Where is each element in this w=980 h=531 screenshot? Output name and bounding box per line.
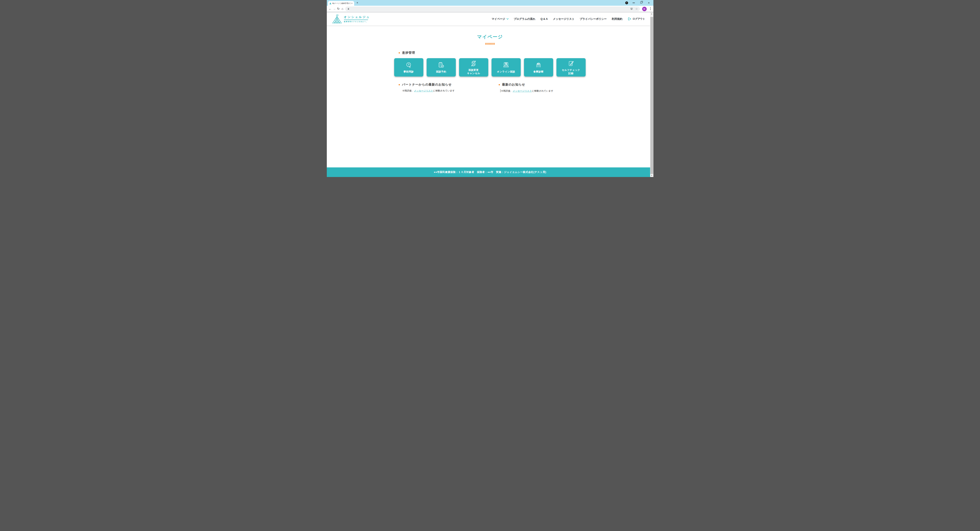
profile-avatar[interactable]: H [642,7,647,11]
title-divider-dashes [485,43,495,45]
nav-item-mypage[interactable]: マイページ [492,17,509,21]
latest-news-heading: 最新のお知らせ [499,83,586,87]
scrollbar-up-icon[interactable]: ▲ [650,12,654,15]
new-tab-button[interactable]: + [356,1,359,5]
browser-menu-icon[interactable] [650,7,651,10]
logo-triangle-icon [332,14,342,24]
back-icon[interactable]: ← [328,6,332,11]
tile-label: 面談変更キャンセル [467,68,480,75]
content-wrapper: 進捗管理 ? 事前問診 [394,51,586,92]
nav-item-privacy-policy[interactable]: プライバシーポリシー [580,17,607,21]
window-maximize-button[interactable] [640,2,642,3]
tile-label: 食事診断 [533,70,544,73]
forward-icon: → [332,6,336,11]
browser-window: Myページ | 健康管理のプロに出会お × + ▾ × ← → ↻ ⌂ ☆ [327,0,654,177]
logo-name: オンシェルジュ [344,15,370,19]
scrollbar-down-icon[interactable]: ▼ [650,174,654,177]
message-list-link[interactable]: メッセージリスト [513,90,532,92]
main-nav: マイページ プログラムの流れ Q & A メッセージリスト プライバシーポリシー… [492,17,645,21]
tab-close-icon[interactable]: × [351,2,353,5]
tile-label: 事前問診 [404,70,414,73]
nav-item-terms[interactable]: 利用規約 [612,17,622,21]
home-icon[interactable]: ⌂ [341,6,344,11]
window-close-button[interactable]: × [647,1,651,5]
window-minimize-button[interactable] [633,3,635,3]
logo-tagline: 健康管理のプロに出会おう。 [344,21,370,23]
svg-text:?: ? [408,63,409,66]
site-footer: ●●市国民健康保険：１０月対象者 保険者：●●市 実施：ジェイエムシー株式会社(… [327,167,654,177]
tile-label: オンライン面談 [497,70,515,73]
partner-news-note: ※既読後、メッセージリストに移動されています [399,89,499,92]
nav-item-program-flow[interactable]: プログラムの流れ [514,17,535,21]
latest-news-note: ※既読後、メッセージリストに移動されています [499,89,586,92]
tile-label: 面談予約 [436,70,446,73]
tile-self-check-record[interactable]: セルフチェック記録 [557,58,585,76]
nav-item-message-list[interactable]: メッセージリスト [553,17,574,21]
favicon-logo-icon [329,2,331,5]
logout-label: ログアウト [633,17,645,21]
address-bar[interactable]: ☆ [345,6,640,11]
tile-pre-interview[interactable]: ? 事前問診 [394,58,423,76]
latest-news-section: 最新のお知らせ ※既読後、メッセージリストに移動されています [499,83,586,92]
logo-texts: オンシェルジュ 健康管理のプロに出会おう。 [344,15,370,23]
lock-icon[interactable] [347,8,350,10]
partner-news-heading-label: パートナーからの最新のお知らせ [402,83,452,87]
logo-underline [344,20,368,20]
message-list-link[interactable]: メッセージリスト [414,89,433,92]
note-prefix: ※既読後、 [501,90,513,92]
tile-meal-diagnosis[interactable]: 食事診断 [524,58,553,76]
news-sections: パートナーからの最新のお知らせ ※既読後、メッセージリストに移動されています 最… [394,83,586,92]
progress-section-heading: 進捗管理 [394,51,586,55]
browser-toolbar: ← → ↻ ⌂ ☆ H [327,6,654,12]
reload-icon[interactable]: ↻ [337,6,340,11]
logout-icon [627,17,632,21]
note-suffix: に移動されています [532,90,553,92]
orange-ring-bullet-icon [399,52,400,54]
tile-interview-change-cancel[interactable]: 面談変更キャンセル [459,58,488,76]
footer-text: ●●市国民健康保険：１０月対象者 保険者：●●市 実施：ジェイエムシー株式会社(… [434,170,546,174]
latest-news-heading-label: 最新のお知らせ [502,83,525,87]
tile-interview-booking[interactable]: 面談予約 [426,58,456,76]
scrollbar-thumb[interactable] [650,17,653,174]
calendar-check-icon [437,61,445,69]
browser-tab[interactable]: Myページ | 健康管理のプロに出会お × [328,1,354,6]
meal-diagnosis-icon [535,61,542,69]
site-header: オンシェルジュ 健康管理のプロに出会おう。 マイページ プログラムの流れ Q &… [327,12,654,26]
partner-news-section: パートナーからの最新のお知らせ ※既読後、メッセージリストに移動されています [399,83,499,92]
question-bubble-icon: ? [405,61,412,69]
chevron-down-icon [506,18,509,20]
orange-ring-bullet-icon [499,84,500,85]
mypage-content: マイページ 進捗管理 ? 事前問診 [327,26,654,167]
logout-button[interactable]: ログアウト [627,17,645,21]
text-cursor [500,89,501,92]
bookmark-star-icon[interactable]: ☆ [635,7,638,10]
online-meeting-icon [502,61,510,69]
tile-online-interview[interactable]: オンライン面談 [492,58,521,76]
progress-tiles: ? 事前問診 [394,58,586,76]
page-title: マイページ [327,34,654,40]
browser-tab-strip: Myページ | 健康管理のプロに出会お × + ▾ × [327,0,654,6]
nav-item-qa[interactable]: Q & A [541,17,548,21]
site-logo[interactable]: オンシェルジュ 健康管理のプロに出会おう。 [332,14,370,24]
orange-ring-bullet-icon [399,84,400,85]
page-scrollbar: ▲ ▼ [650,12,654,177]
self-check-record-icon [567,60,575,67]
partner-news-heading: パートナーからの最新のお知らせ [399,83,499,87]
progress-heading-label: 進捗管理 [402,51,415,55]
nav-item-label: マイページ [492,17,505,21]
tab-title: Myページ | 健康管理のプロに出会お [332,2,351,5]
note-prefix: ※既読後、 [402,89,414,92]
note-suffix: に移動されています [433,89,455,92]
reschedule-cancel-icon [470,60,477,67]
browser-update-icon[interactable]: ▾ [625,2,628,4]
tile-label: セルフチェック記録 [562,68,580,75]
install-page-icon[interactable] [630,7,633,10]
